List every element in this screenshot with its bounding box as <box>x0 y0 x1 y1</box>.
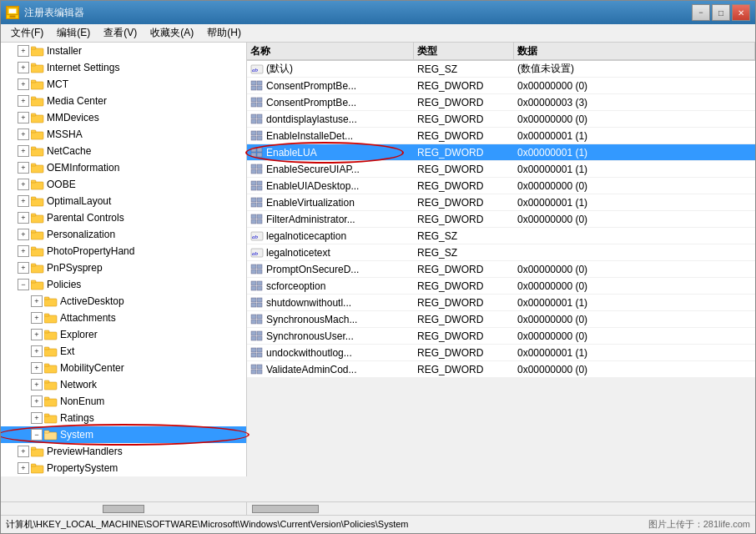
expander-policies[interactable]: − <box>18 279 29 290</box>
expander-attachments[interactable]: + <box>31 312 43 324</box>
name-text-synchronoususer: SynchronousUser... <box>266 330 354 342</box>
expander-mmdevices[interactable]: + <box>18 112 29 123</box>
tree-node-network[interactable]: + Network <box>1 376 246 393</box>
tree-node-attachments[interactable]: + Attachments <box>1 310 246 326</box>
expander-mct[interactable]: + <box>18 78 29 90</box>
tree-node-activedesktop[interactable]: + ActiveDesktop <box>1 293 246 310</box>
svg-rect-58 <box>257 81 262 85</box>
list-row-scforceoption[interactable]: scforceoptionREG_DWORD0x00000000 (0) <box>247 278 755 295</box>
expander-nonenum[interactable]: + <box>31 395 43 407</box>
expander-activedesktop[interactable]: + <box>31 295 43 307</box>
list-body[interactable]: ab (默认)REG_SZ(数值未设置) ConsentPromptBe...R… <box>247 61 755 378</box>
list-row-undockwithoutlog[interactable]: undockwithoutlog...REG_DWORD0x00000001 (… <box>247 345 755 361</box>
tree-node-mct[interactable]: + MCT <box>1 76 246 93</box>
menu-view[interactable]: 查看(V) <box>97 24 144 42</box>
list-row-enablelua[interactable]: EnableLUAREG_DWORD0x00000001 (1) <box>247 144 755 161</box>
list-row-enablesecureuiap[interactable]: EnableSecureUIAP...REG_DWORD0x00000001 (… <box>247 161 755 178</box>
list-row-shutdownwithoutl[interactable]: shutdownwithoutl...REG_DWORD0x00000001 (… <box>247 295 755 311</box>
tree-node-photopropertyhand[interactable]: + PhotoPropertyHand <box>1 243 246 259</box>
expander-optimallayout[interactable]: + <box>18 195 29 207</box>
tree-node-parentalcontrols[interactable]: + Parental Controls <box>1 209 246 226</box>
tree-node-mediacenter[interactable]: + Media Center <box>1 93 246 109</box>
list-row-consentpromptbe2[interactable]: ConsentPromptBe...REG_DWORD0x00000003 (3… <box>247 94 755 111</box>
expander-oeminformation[interactable]: + <box>18 162 29 174</box>
list-row-legalnoticecaption[interactable]: ab legalnoticecaptionREG_SZ <box>247 228 755 244</box>
expander-ext[interactable]: + <box>31 345 43 357</box>
expander-installer[interactable]: + <box>18 45 29 57</box>
expander-parentalcontrols[interactable]: + <box>18 212 29 224</box>
svg-rect-79 <box>251 169 256 174</box>
list-row-promptonsecured[interactable]: PromptOnSecureD...REG_DWORD0x00000000 (0… <box>247 261 755 278</box>
expander-system[interactable]: − <box>31 429 43 441</box>
tree-node-label-mct: MCT <box>47 78 68 90</box>
list-row-consentpromptbe1[interactable]: ConsentPromptBe...REG_DWORD0x00000000 (0… <box>247 78 755 94</box>
expander-previewhandlers[interactable]: + <box>18 446 29 457</box>
list-row-enableinstallerde[interactable]: EnableInstalleDet...REG_DWORD0x00000001 … <box>247 128 755 144</box>
menu-help[interactable]: 帮助(H) <box>200 24 248 42</box>
tree-node-mssha[interactable]: + MSSHA <box>1 126 246 143</box>
list-row-synchronoususer[interactable]: SynchronousUser...REG_DWORD0x00000000 (0… <box>247 328 755 345</box>
list-cell-type-consentpromptbe1: REG_DWORD <box>414 78 514 93</box>
folder-icon <box>44 329 58 340</box>
header-name: 名称 <box>247 43 414 59</box>
tree-panel[interactable]: + Installer+ Internet Settings+ MCT+ Med… <box>1 43 247 476</box>
expander-personalization[interactable]: + <box>18 229 29 240</box>
maximize-button[interactable]: □ <box>712 4 730 21</box>
tree-node-mobilitycenter[interactable]: + MobilityCenter <box>1 360 246 376</box>
tree-node-optimallayout[interactable]: + OptimalLayout <box>1 193 246 209</box>
minimize-button[interactable]: － <box>692 4 710 21</box>
list-cell-name-synchronoususer: SynchronousUser... <box>247 328 414 344</box>
name-text-legalnoticetext: legalnoticetext <box>266 247 330 259</box>
list-row-dontdisplaylastuse[interactable]: dontdisplaylastuse...REG_DWORD0x00000000… <box>247 111 755 128</box>
tree-node-internetsettings[interactable]: + Internet Settings <box>1 59 246 76</box>
tree-node-installer[interactable]: + Installer <box>1 43 246 59</box>
tree-node-explorer[interactable]: + Explorer <box>1 326 246 343</box>
list-hscroll[interactable] <box>247 502 755 515</box>
list-row-default[interactable]: ab (默认)REG_SZ(数值未设置) <box>247 61 755 78</box>
tree-node-ratings[interactable]: + Ratings <box>1 410 246 426</box>
tree-node-personalization[interactable]: + Personalization <box>1 226 246 243</box>
tree-node-oeminformation[interactable]: + OEMInformation <box>1 159 246 176</box>
list-row-validateadmincod[interactable]: ValidateAdminCod...REG_DWORD0x00000000 (… <box>247 361 755 378</box>
menu-favorites[interactable]: 收藏夹(A) <box>144 24 200 42</box>
expander-pnpsysprep[interactable]: + <box>18 262 29 274</box>
tree-node-policies[interactable]: − Policies <box>1 276 246 293</box>
svg-rect-98 <box>257 264 262 269</box>
list-row-filteradministrator[interactable]: FilterAdministrator...REG_DWORD0x0000000… <box>247 211 755 228</box>
tree-node-mmdevices[interactable]: + MMDevices <box>1 109 246 126</box>
folder-icon <box>44 312 58 324</box>
expander-internetsettings[interactable]: + <box>18 62 29 73</box>
tree-node-ext[interactable]: + Ext <box>1 343 246 360</box>
expander-mobilitycenter[interactable]: + <box>31 362 43 374</box>
list-row-enableuiadeskto[interactable]: EnableUIADesktop...REG_DWORD0x00000000 (… <box>247 178 755 194</box>
expander-propertysystem[interactable]: + <box>18 462 29 474</box>
svg-rect-64 <box>257 103 262 107</box>
tree-node-previewhandlers[interactable]: + PreviewHandlers <box>1 443 246 460</box>
tree-node-label-explorer: Explorer <box>60 329 98 340</box>
list-row-legalnoticetext[interactable]: ab legalnoticetextREG_SZ <box>247 244 755 261</box>
list-row-enablevirtualization[interactable]: EnableVirtualizationREG_DWORD0x00000001 … <box>247 194 755 211</box>
expander-mssha[interactable]: + <box>18 128 29 140</box>
list-cell-data-synchronousmach: 0x00000000 (0) <box>514 311 755 327</box>
tree-node-system[interactable]: − System <box>1 426 246 443</box>
svg-rect-33 <box>44 299 57 306</box>
svg-rect-117 <box>251 348 256 352</box>
expander-ratings[interactable]: + <box>31 412 43 424</box>
tree-node-netcache[interactable]: + NetCache <box>1 143 246 159</box>
menu-edit[interactable]: 编辑(E) <box>50 24 97 42</box>
tree-node-propertysystem[interactable]: + PropertySystem <box>1 460 246 476</box>
expander-network[interactable]: + <box>31 379 43 390</box>
svg-rect-76 <box>257 153 262 157</box>
list-row-synchronousmach[interactable]: SynchronousMach...REG_DWORD0x00000000 (0… <box>247 311 755 328</box>
tree-hscroll[interactable] <box>1 502 247 515</box>
tree-node-pnpsysprep[interactable]: + PnPSysprep <box>1 259 246 276</box>
close-button[interactable]: ✕ <box>732 4 750 21</box>
expander-explorer[interactable]: + <box>31 329 43 340</box>
expander-mediacenter[interactable]: + <box>18 95 29 107</box>
tree-node-oobe[interactable]: + OOBE <box>1 176 246 193</box>
expander-oobe[interactable]: + <box>18 179 29 190</box>
tree-node-nonenum[interactable]: + NonEnum <box>1 393 246 410</box>
expander-netcache[interactable]: + <box>18 145 29 157</box>
expander-photopropertyhand[interactable]: + <box>18 245 29 257</box>
menu-file[interactable]: 文件(F) <box>4 24 50 42</box>
